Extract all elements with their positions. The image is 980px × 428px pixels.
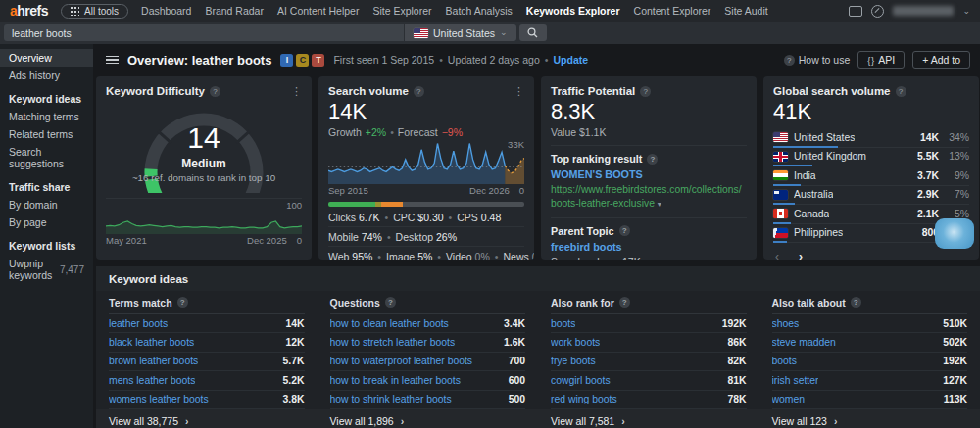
clicks-distribution-bar bbox=[328, 202, 524, 207]
all-tools-button[interactable]: All tools bbox=[61, 4, 128, 19]
keyword-link[interactable]: work boots bbox=[551, 337, 600, 348]
keyword-link[interactable]: black leather boots bbox=[109, 337, 194, 348]
api-label: API bbox=[878, 54, 895, 66]
ahrefs-logo[interactable]: ahrefs bbox=[10, 3, 48, 19]
keyword-link[interactable]: brown leather boots bbox=[109, 356, 198, 366]
sidebar-item-related-terms[interactable]: Related terms bbox=[0, 125, 93, 143]
country-volume: 3.7K bbox=[917, 170, 939, 181]
keyword-row: cowgirl boots81K bbox=[551, 371, 747, 390]
info-icon[interactable]: ? bbox=[385, 297, 396, 308]
info-icon[interactable]: ? bbox=[210, 86, 220, 97]
keyword-search-input[interactable] bbox=[4, 24, 404, 41]
help-icon[interactable] bbox=[871, 5, 884, 18]
chevron-down-icon[interactable]: ▾ bbox=[658, 200, 662, 209]
keyword-row: how to clean leather boots3.4K bbox=[330, 314, 526, 333]
global-volume-value: 41K bbox=[773, 100, 969, 123]
info-icon[interactable]: ? bbox=[851, 297, 861, 308]
sidebar-item-matching-terms[interactable]: Matching terms bbox=[0, 108, 93, 125]
country-row-australia[interactable]: Australia2.9K7% bbox=[773, 186, 969, 206]
info-icon[interactable]: ? bbox=[414, 86, 424, 97]
ph-flag-icon bbox=[773, 228, 788, 238]
nav-item-site-explorer[interactable]: Site Explorer bbox=[372, 5, 431, 17]
stat-value: $0.30 bbox=[417, 212, 443, 223]
keyword-link[interactable]: boots bbox=[551, 318, 575, 329]
add-to-button[interactable]: + Add to bbox=[912, 51, 970, 69]
keyword-link[interactable]: cowgirl boots bbox=[551, 375, 611, 386]
keyword-link[interactable]: frye boots bbox=[551, 356, 596, 366]
parent-topic-link[interactable]: freebird boots bbox=[551, 241, 747, 253]
display-icon[interactable] bbox=[849, 6, 862, 17]
keyword-link[interactable]: women bbox=[772, 394, 806, 404]
keyword-link[interactable]: how to waterproof leather boots bbox=[330, 356, 473, 366]
keyword-link[interactable]: how to stretch leather boots bbox=[330, 337, 456, 348]
view-all-link[interactable]: View all 1,896› bbox=[330, 409, 526, 428]
keyword-row: frye boots82K bbox=[551, 353, 747, 371]
view-all-link[interactable]: View all 123› bbox=[772, 409, 968, 428]
keyword-link[interactable]: how to clean leather boots bbox=[330, 318, 449, 329]
info-icon[interactable]: ? bbox=[177, 297, 188, 308]
sidebar-item-by-page[interactable]: By page bbox=[0, 214, 93, 231]
stat-label: CPS bbox=[457, 212, 481, 223]
keyword-list-count: 7,477 bbox=[60, 264, 84, 275]
stat-desktop: Desktop 26% bbox=[396, 231, 457, 243]
info-icon[interactable]: ? bbox=[640, 86, 651, 97]
nav-item-batch-analysis[interactable]: Batch Analysis bbox=[446, 5, 513, 17]
keyword-link[interactable]: steve madden bbox=[772, 337, 836, 348]
search-button[interactable] bbox=[519, 24, 547, 41]
nav-item-dashboard[interactable]: Dashboard bbox=[141, 5, 191, 17]
nav-item-keywords-explorer[interactable]: Keywords Explorer bbox=[526, 5, 620, 17]
keyword-link[interactable]: boots bbox=[772, 356, 797, 366]
stat-value: 0% bbox=[475, 251, 490, 260]
view-all-link[interactable]: View all 7,581› bbox=[551, 409, 747, 428]
view-all-link[interactable]: View all 38,775› bbox=[109, 409, 305, 428]
kebab-menu-icon[interactable]: ⋮ bbox=[291, 86, 302, 97]
keyword-link[interactable]: how to break in leather boots bbox=[330, 375, 461, 386]
content-area: OverviewAds historyKeyword ideasMatching… bbox=[0, 44, 980, 428]
info-icon[interactable]: ? bbox=[619, 297, 630, 308]
stat-label: News bbox=[503, 251, 531, 260]
keyword-meta: First seen 1 Sep 2015 • Updated 2 days a… bbox=[333, 54, 588, 66]
info-icon[interactable]: ? bbox=[647, 154, 658, 165]
prev-page-icon[interactable]: ‹ bbox=[775, 250, 779, 260]
nav-item-content-explorer[interactable]: Content Explorer bbox=[634, 5, 711, 17]
nav-item-site-audit[interactable]: Site Audit bbox=[724, 5, 767, 17]
sidebar-item-overview[interactable]: Overview bbox=[0, 49, 93, 67]
nav-item-brand-radar[interactable]: Brand Radar bbox=[205, 5, 264, 17]
keyword-link[interactable]: irish setter bbox=[772, 375, 819, 386]
country-row-india[interactable]: India3.7K9% bbox=[773, 166, 969, 186]
keyword-link[interactable]: leather boots bbox=[109, 318, 168, 329]
menu-icon[interactable] bbox=[106, 56, 119, 65]
top-ranking-url[interactable]: https://www.freebirdstores.com/collectio… bbox=[551, 183, 747, 211]
kebab-menu-icon[interactable]: ⋮ bbox=[514, 86, 524, 97]
sidebar-item-by-domain[interactable]: By domain bbox=[0, 196, 93, 214]
update-link[interactable]: Update bbox=[554, 54, 589, 66]
cursor-highlight-overlay bbox=[935, 218, 974, 249]
api-button[interactable]: { } API bbox=[858, 51, 905, 69]
keyword-link[interactable]: how to shrink leather boots bbox=[330, 394, 452, 404]
y-max-label: 33K bbox=[508, 139, 524, 150]
user-menu[interactable] bbox=[893, 6, 954, 16]
sidebar-item-ads-history[interactable]: Ads history bbox=[0, 67, 93, 84]
keyword-row: how to waterproof leather boots700 bbox=[330, 353, 526, 371]
sidebar-item-uwpnip-keywords[interactable]: Uwpnip keywords7,477 bbox=[0, 255, 93, 284]
keyword-link[interactable]: mens leather boots bbox=[109, 375, 195, 386]
sidebar-item-search-suggestions[interactable]: Search suggestions bbox=[0, 143, 93, 172]
keyword-link[interactable]: womens leather boots bbox=[109, 394, 209, 404]
next-page-icon[interactable]: › bbox=[799, 250, 803, 260]
how-to-use-link[interactable]: ? How to use bbox=[784, 54, 851, 66]
info-icon[interactable]: ? bbox=[619, 225, 630, 236]
country-row-united-kingdom[interactable]: United Kingdom5.5K13% bbox=[773, 148, 969, 167]
keyword-search-bar: United States ⌄ bbox=[0, 22, 980, 44]
country-row-united-states[interactable]: United States14K34% bbox=[773, 128, 969, 148]
nav-item-ai-content-helper[interactable]: AI Content Helper bbox=[277, 5, 359, 17]
keyword-link[interactable]: shoes bbox=[772, 318, 800, 329]
top-ranking-result-link[interactable]: WOMEN'S BOOTS bbox=[551, 168, 747, 180]
bullet-separator: • bbox=[385, 212, 389, 223]
keyword-link[interactable]: red wing boots bbox=[551, 394, 617, 404]
stat-cpc: CPC $0.30 bbox=[393, 212, 443, 223]
country-selector[interactable]: United States ⌄ bbox=[404, 24, 516, 41]
keyword-volume: 3.8K bbox=[275, 394, 305, 404]
keyword-difficulty-card: Keyword Difficulty ? ⋮ 14 Medium ~16 ref… bbox=[96, 76, 312, 260]
chevron-right-icon: › bbox=[621, 415, 625, 427]
info-icon[interactable]: ? bbox=[896, 86, 906, 97]
